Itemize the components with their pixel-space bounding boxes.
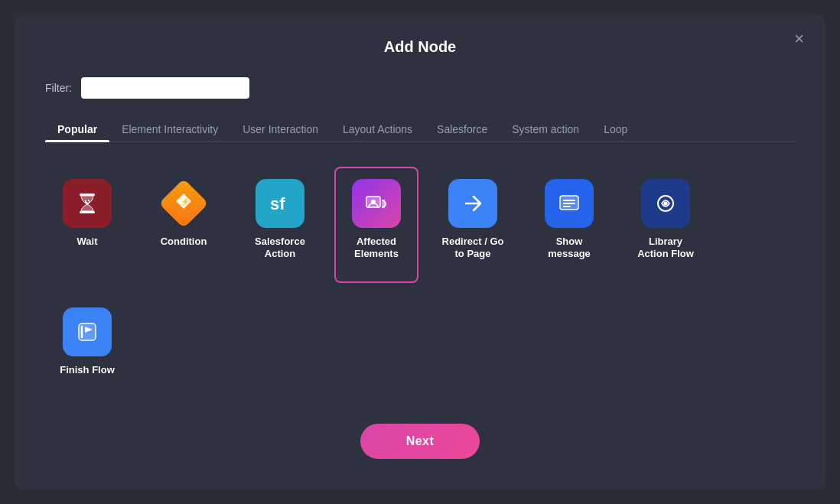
- tab-user-interaction[interactable]: User Interaction: [230, 117, 330, 141]
- close-button[interactable]: ×: [788, 28, 810, 50]
- filter-input[interactable]: [81, 77, 249, 99]
- tab-salesforce[interactable]: Salesforce: [425, 117, 500, 141]
- show-message-label: Show message: [536, 236, 602, 262]
- filter-row: Filter:: [45, 77, 795, 99]
- node-redirect[interactable]: Redirect / Go to Page: [431, 167, 515, 283]
- affected-elements-icon: [352, 179, 401, 228]
- tab-layout-actions[interactable]: Layout Actions: [330, 117, 425, 141]
- library-action-flow-label: Library Action Flow: [633, 236, 698, 262]
- affected-elements-label: Affected Elements: [343, 236, 409, 262]
- modal-title: Add Node: [384, 38, 456, 55]
- node-show-message[interactable]: Show message: [527, 167, 611, 283]
- salesforce-icon: sf: [256, 179, 304, 228]
- finish-flow-label: Finish Flow: [60, 364, 115, 377]
- tab-system-action[interactable]: System action: [500, 117, 591, 141]
- tab-loop[interactable]: Loop: [591, 117, 640, 141]
- library-action-flow-icon: [641, 179, 690, 228]
- wait-icon: [63, 179, 112, 228]
- node-finish-flow[interactable]: Finish Flow: [45, 295, 129, 399]
- node-condition[interactable]: ⚡ Condition: [142, 167, 226, 283]
- modal-header: Add Node: [45, 38, 795, 56]
- condition-label: Condition: [161, 236, 207, 249]
- condition-icon: ⚡: [159, 179, 208, 228]
- filter-label: Filter:: [45, 82, 72, 94]
- modal-footer: Next: [45, 399, 795, 459]
- svg-point-14: [664, 201, 668, 205]
- redirect-label: Redirect / Go to Page: [440, 236, 506, 262]
- svg-text:sf: sf: [270, 194, 285, 213]
- svg-text:⚡: ⚡: [181, 197, 190, 206]
- wait-label: Wait: [77, 236, 98, 249]
- next-button[interactable]: Next: [360, 424, 480, 459]
- show-message-icon: [545, 179, 594, 228]
- tab-popular[interactable]: Popular: [45, 117, 109, 141]
- nodes-grid: Wait ⚡ Condition sf: [45, 167, 795, 399]
- node-library-action-flow[interactable]: Library Action Flow: [623, 167, 708, 283]
- node-affected-elements[interactable]: Affected Elements: [334, 167, 418, 283]
- tabs-row: Popular Element Interactivity User Inter…: [45, 117, 795, 142]
- redirect-icon: [448, 179, 497, 228]
- tab-element-interactivity[interactable]: Element Interactivity: [109, 117, 230, 141]
- node-salesforce-action[interactable]: sf Salesforce Action: [238, 167, 322, 283]
- finish-flow-icon: [63, 307, 112, 356]
- add-node-modal: Add Node × Filter: Popular Element Inter…: [15, 15, 825, 489]
- salesforce-action-label: Salesforce Action: [247, 236, 313, 262]
- node-wait[interactable]: Wait: [45, 167, 129, 283]
